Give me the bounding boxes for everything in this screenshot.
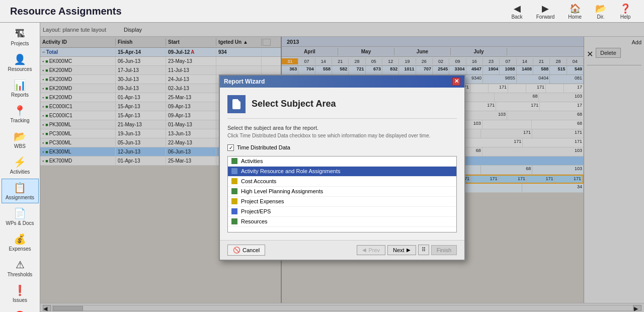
cost-accounts-label: Cost Accounts bbox=[241, 178, 276, 184]
resources-item-icon bbox=[231, 218, 238, 225]
sidebar-item-wbs[interactable]: 📂 WBS bbox=[2, 127, 39, 152]
sidebar-item-assignments[interactable]: 📋 Assignments bbox=[2, 179, 39, 203]
projects-icon: 🏗 bbox=[15, 28, 25, 40]
project-eps-icon bbox=[231, 208, 238, 215]
tracking-icon: 📍 bbox=[14, 105, 26, 117]
dir-button[interactable]: 📂 Dir. bbox=[592, 2, 609, 21]
sidebar-item-issues[interactable]: ❗ Issues bbox=[2, 281, 39, 306]
assignments-icon: 📋 bbox=[14, 182, 26, 194]
wizard-hint: Click Time Distributed Data checkbox to … bbox=[227, 133, 457, 138]
checkbox-row[interactable]: ✓ Time Distributed Data bbox=[227, 144, 457, 151]
cancel-button[interactable]: 🚫 Cancel bbox=[227, 245, 265, 256]
forward-button[interactable]: ▶ Forward bbox=[533, 2, 558, 21]
resources-item-label: Resources bbox=[241, 218, 268, 224]
resources-icon: 👤 bbox=[14, 53, 26, 65]
sidebar-item-risks[interactable]: 🎯 Risks bbox=[2, 307, 39, 312]
wizard-header-row: Select Subject Area bbox=[227, 95, 457, 119]
subject-item-project-eps[interactable]: Project/EPS bbox=[228, 207, 456, 217]
back-icon: ◀ bbox=[514, 3, 521, 14]
wizard-titlebar: Report Wizard ✕ bbox=[220, 75, 464, 88]
subject-item-resources[interactable]: Resources bbox=[228, 217, 456, 227]
subject-item-activities[interactable]: Activities bbox=[228, 157, 456, 167]
top-bar: Resource Assignments ◀ Back ▶ Forward 🏠 … bbox=[0, 0, 644, 23]
wizard-body: Select Subject Area Select the subject a… bbox=[220, 88, 464, 240]
project-expenses-label: Project Expenses bbox=[241, 198, 284, 204]
expenses-icon: 💰 bbox=[14, 233, 26, 245]
activities-item-icon bbox=[231, 158, 238, 165]
finish-button[interactable]: Finish bbox=[431, 245, 457, 255]
sidebar-item-resources[interactable]: 👤 Resources bbox=[2, 50, 39, 75]
grid-dots-button[interactable]: ⠿ bbox=[418, 245, 429, 255]
sidebar-item-reports[interactable]: 📊 Reports bbox=[2, 76, 39, 101]
subject-item-cost-accounts[interactable]: Cost Accounts bbox=[228, 177, 456, 187]
cancel-icon: 🚫 bbox=[233, 247, 240, 254]
subject-item-project-expenses[interactable]: Project Expenses bbox=[228, 197, 456, 207]
wizard-icon bbox=[227, 95, 246, 113]
main-toolbar: ◀ Back ▶ Forward 🏠 Home 📂 Dir. ❓ Help bbox=[508, 2, 634, 21]
help-icon: ❓ bbox=[620, 3, 631, 14]
risks-icon: 🎯 bbox=[14, 310, 26, 312]
sidebar-item-thresholds[interactable]: ⚠ Thresholds bbox=[2, 256, 39, 280]
content-area: Layout: planne tute layout Display Activ… bbox=[40, 23, 644, 312]
prev-button[interactable]: ◀ Prev bbox=[357, 245, 385, 255]
sidebar-item-tracking[interactable]: 📍 Tracking bbox=[2, 102, 39, 126]
sidebar: 🏗 Projects 👤 Resources 📊 Reports 📍 Track… bbox=[0, 23, 40, 312]
subject-item-high-level[interactable]: High Level Planning Assignments bbox=[228, 187, 456, 197]
high-level-label: High Level Planning Assignments bbox=[241, 188, 323, 194]
thresholds-icon: ⚠ bbox=[16, 259, 25, 271]
issues-icon: ❗ bbox=[14, 284, 26, 296]
next-button[interactable]: Next ▶ bbox=[387, 245, 416, 255]
grid-dots-icon: ⠿ bbox=[422, 247, 426, 253]
wizard-footer: 🚫 Cancel ◀ Prev Next ▶ ⠿ bbox=[220, 240, 464, 260]
sidebar-item-wps-docs[interactable]: 📄 WPs & Docs bbox=[2, 204, 39, 229]
wizard-dialog-title: Report Wizard bbox=[224, 78, 265, 85]
modal-overlay: Report Wizard ✕ Select Subject Area bbox=[40, 23, 644, 312]
reports-icon: 📊 bbox=[14, 79, 26, 91]
footer-nav: ◀ Prev Next ▶ ⠿ Finish bbox=[357, 245, 457, 255]
project-eps-label: Project/EPS bbox=[241, 208, 271, 214]
prev-arrow-icon: ◀ bbox=[362, 247, 366, 253]
activities-item-label: Activities bbox=[241, 158, 263, 164]
project-expenses-icon bbox=[231, 198, 238, 205]
wps-docs-icon: 📄 bbox=[14, 207, 26, 219]
activities-icon: ⚡ bbox=[14, 156, 26, 168]
activity-resource-label: Activity Resource and Role Assignments bbox=[241, 168, 340, 174]
cost-accounts-icon bbox=[231, 178, 238, 185]
subject-item-activity-resource[interactable]: Activity Resource and Role Assignments bbox=[228, 167, 456, 177]
subject-list[interactable]: Activities Activity Resource and Role As… bbox=[227, 156, 457, 232]
sidebar-item-activities[interactable]: ⚡ Activities bbox=[2, 153, 39, 178]
app-title: Resource Assignments bbox=[10, 6, 498, 17]
home-button[interactable]: 🏠 Home bbox=[565, 2, 585, 21]
help-button[interactable]: ❓ Help bbox=[617, 2, 634, 21]
high-level-icon bbox=[231, 188, 238, 195]
dir-icon: 📂 bbox=[595, 3, 606, 14]
next-arrow-icon: ▶ bbox=[407, 247, 411, 253]
wizard-dialog: Report Wizard ✕ Select Subject Area bbox=[219, 74, 465, 261]
checkbox-label: Time Distributed Data bbox=[237, 144, 290, 150]
sidebar-item-projects[interactable]: 🏗 Projects bbox=[2, 25, 39, 49]
sidebar-item-expenses[interactable]: 💰 Expenses bbox=[2, 230, 39, 255]
home-icon: 🏠 bbox=[570, 3, 581, 14]
wizard-main-title: Select Subject Area bbox=[252, 99, 336, 109]
back-button[interactable]: ◀ Back bbox=[508, 2, 525, 21]
time-distributed-checkbox[interactable]: ✓ bbox=[227, 144, 234, 151]
wbs-icon: 📂 bbox=[14, 130, 26, 142]
activity-resource-icon bbox=[231, 168, 238, 175]
wizard-close-button[interactable]: ✕ bbox=[452, 77, 460, 86]
main-layout: 🏗 Projects 👤 Resources 📊 Reports 📍 Track… bbox=[0, 23, 644, 312]
forward-icon: ▶ bbox=[542, 3, 549, 14]
wizard-subtitle: Select the subject area for the report. bbox=[227, 125, 457, 131]
